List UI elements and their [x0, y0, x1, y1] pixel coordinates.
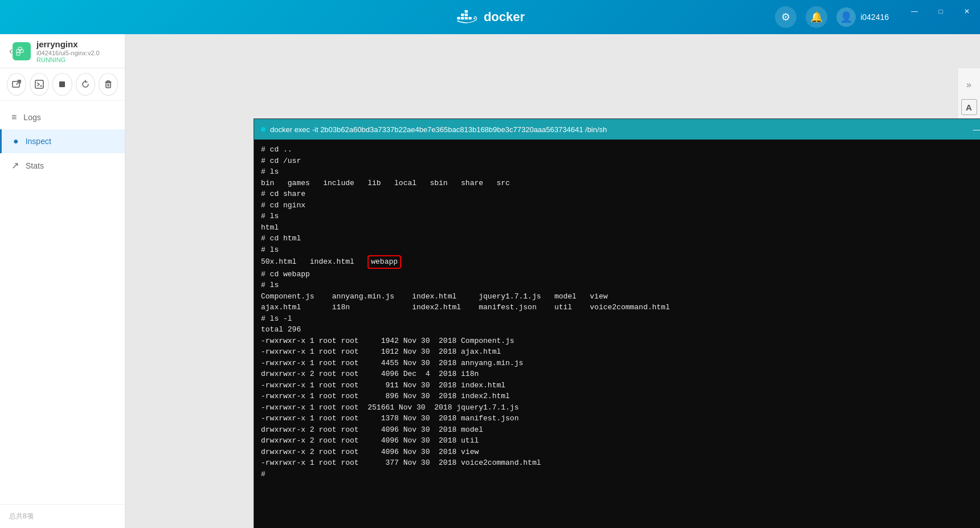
restart-button[interactable] — [76, 73, 95, 96]
terminal-indicator — [261, 127, 266, 132]
svg-rect-1 — [461, 17, 464, 20]
terminal-titlebar: docker exec -it 2b03b62a60bd3a7337b22ae4… — [254, 119, 980, 140]
term-line: # cd share — [261, 189, 980, 200]
term-line: -rwxrwxr-x 1 root root 1378 Nov 30 2018 … — [261, 413, 980, 424]
notifications-button[interactable]: 🔔 — [806, 6, 827, 28]
term-line: -rwxrwxr-x 1 root root 4455 Nov 30 2018 … — [261, 358, 980, 369]
open-browser-button[interactable] — [7, 73, 26, 96]
container-image: i042416/ui5-nginx:v2.0 — [36, 50, 116, 56]
svg-line-13 — [17, 80, 21, 84]
cli-icon — [35, 80, 44, 89]
svg-rect-2 — [465, 17, 468, 20]
term-line: total 296 — [261, 324, 980, 335]
term-line: # cd .. — [261, 144, 980, 155]
term-line: ajax.html i18n index2.html manifest.json… — [261, 302, 980, 313]
term-line: -rwxrwxr-x 1 root root 1012 Nov 30 2018 … — [261, 346, 980, 358]
stats-label: Stats — [26, 161, 44, 170]
stop-button[interactable] — [52, 73, 72, 96]
svg-rect-5 — [465, 14, 468, 17]
stats-icon: ↗ — [11, 160, 19, 171]
container-icon — [13, 42, 31, 60]
term-line: # cd html — [261, 233, 980, 244]
container-header-area: ‹ jerrynginx i042416/ui5-nginx:v2.0 RUNN… — [0, 34, 125, 68]
minimize-button[interactable]: — — [901, 2, 928, 21]
term-line: -rwxrwxr-x 1 root root 911 Nov 30 2018 i… — [261, 380, 980, 391]
svg-rect-18 — [106, 83, 111, 88]
term-line: # cd nginx — [261, 200, 980, 211]
term-line: drwxrwxr-x 2 root root 4096 Dec 4 2018 i… — [261, 369, 980, 380]
docker-title: docker — [484, 10, 525, 24]
svg-rect-0 — [457, 17, 460, 20]
delete-icon — [104, 80, 113, 89]
restart-icon — [81, 80, 90, 89]
app-header: docker ⚙ 🔔 👤 i042416 — □ ✕ — [0, 0, 980, 34]
sidebar-item-stats[interactable]: ↗ Stats — [0, 153, 125, 178]
term-cursor-line: # — [261, 469, 980, 480]
term-line: drwxrwxr-x 2 root root 4096 Nov 30 2018 … — [261, 424, 980, 436]
container-name: jerrynginx — [36, 39, 116, 49]
sidebar-item-inspect[interactable]: ● Inspect — [0, 129, 125, 153]
settings-button[interactable]: ⚙ — [775, 6, 797, 28]
term-line: # ls — [261, 280, 980, 291]
sidebar-navigation: ≡ Logs ● Inspect ↗ Stats — [0, 101, 125, 504]
expand-panel-button[interactable]: » — [966, 80, 971, 90]
term-line: # ls — [261, 211, 980, 222]
sidebar-item-logs[interactable]: ≡ Logs — [0, 105, 125, 129]
logs-label: Logs — [23, 113, 40, 122]
container-status: RUNNING — [36, 56, 116, 63]
svg-rect-3 — [468, 17, 471, 20]
svg-rect-4 — [461, 14, 464, 17]
terminal-window-controls: — □ ✕ — [969, 122, 980, 136]
font-panel-icon[interactable]: A — [961, 99, 977, 115]
term-line: # cd webapp — [261, 269, 980, 280]
term-line: drwxrwxr-x 2 root root 4096 Nov 30 2018 … — [261, 435, 980, 447]
svg-rect-16 — [59, 81, 65, 87]
header-actions: ⚙ 🔔 👤 i042416 — [775, 6, 889, 28]
terminal-body[interactable]: # cd .. # cd /usr # ls bin games include… — [254, 140, 980, 528]
logs-icon: ≡ — [11, 112, 17, 122]
container-action-bar — [0, 68, 125, 101]
container-info: jerrynginx i042416/ui5-nginx:v2.0 RUNNIN… — [36, 39, 116, 63]
inspect-icon: ● — [13, 136, 19, 146]
username-label: i042416 — [860, 13, 889, 22]
open-icon — [12, 80, 21, 89]
window-controls: — □ ✕ — [901, 0, 980, 23]
term-line: html — [261, 222, 980, 234]
term-line: -rwxrwxr-x 1 root root 896 Nov 30 2018 i… — [261, 391, 980, 402]
svg-rect-11 — [17, 52, 20, 55]
svg-rect-6 — [465, 10, 468, 13]
docker-logo: docker — [455, 9, 525, 26]
term-line: bin games include lib local sbin share s… — [261, 178, 980, 189]
term-line: drwxrwxr-x 2 root root 4096 Nov 30 2018 … — [261, 447, 980, 458]
terminal-window[interactable]: docker exec -it 2b03b62a60bd3a7337b22ae4… — [254, 118, 980, 528]
content-area: docker exec -it 2b03b62a60bd3a7337b22ae4… — [125, 34, 980, 528]
term-line: -rwxrwxr-x 1 root root 377 Nov 30 2018 v… — [261, 457, 980, 469]
terminal-minimize-button[interactable]: — — [969, 122, 980, 136]
term-line: # ls — [261, 166, 980, 178]
term-line: Component.js annyang.min.js index.html j… — [261, 291, 980, 302]
main-container: ‹ jerrynginx i042416/ui5-nginx:v2.0 RUNN… — [0, 34, 980, 528]
sidebar-footer: 总共8项 — [0, 504, 125, 528]
term-line: -rwxrwxr-x 1 root root 1942 Nov 30 2018 … — [261, 335, 980, 347]
close-button[interactable]: ✕ — [954, 2, 980, 21]
docker-whale-icon — [455, 9, 478, 26]
term-line: # ls — [261, 244, 980, 256]
user-avatar: 👤 — [836, 7, 856, 27]
delete-button[interactable] — [99, 73, 118, 96]
term-line: # cd /usr — [261, 155, 980, 167]
container-box-icon — [16, 47, 27, 56]
stop-icon — [58, 80, 67, 89]
term-line: -rwxrwxr-x 1 root root 251661 Nov 30 201… — [261, 402, 980, 414]
terminal-title: docker exec -it 2b03b62a60bd3a7337b22ae4… — [270, 125, 964, 134]
webapp-highlighted: webapp — [368, 255, 401, 269]
sidebar: ‹ jerrynginx i042416/ui5-nginx:v2.0 RUNN… — [0, 34, 125, 528]
inspect-label: Inspect — [26, 137, 51, 146]
footer-label: 总共8项 — [9, 512, 34, 520]
svg-point-7 — [473, 18, 475, 19]
term-ls-webapp-line: 50x.html index.html webapp — [261, 255, 980, 269]
user-menu[interactable]: 👤 i042416 — [836, 7, 889, 27]
maximize-button[interactable]: □ — [928, 2, 954, 21]
term-line: # ls -l — [261, 313, 980, 325]
cli-button[interactable] — [30, 73, 49, 96]
